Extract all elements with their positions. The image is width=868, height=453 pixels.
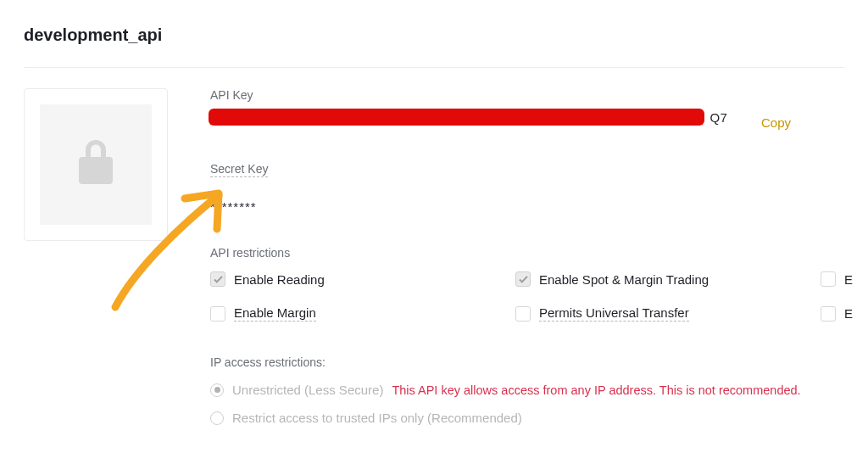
divider <box>24 67 844 68</box>
checkbox-permits-universal-transfer[interactable]: Permits Universal Transfer <box>515 305 821 322</box>
right-column: API Key Q7 Copy Secret Key ******** API … <box>210 88 844 439</box>
checkbox-truncated-2[interactable]: E <box>821 305 868 322</box>
checkbox-enable-spot-margin[interactable]: Enable Spot & Margin Trading <box>515 271 821 287</box>
radio-label: Unrestricted (Less Secure) <box>232 383 383 397</box>
radio-label: Restrict access to trusted IPs only (Rec… <box>232 411 522 425</box>
checkbox-truncated-1[interactable]: E <box>821 271 868 287</box>
left-column <box>24 88 168 439</box>
secret-key-value: ******** <box>210 199 844 214</box>
checkbox-label: Enable Margin <box>234 305 316 322</box>
checkbox-icon <box>210 271 225 287</box>
lock-icon <box>77 140 114 189</box>
checkbox-label: E <box>844 306 853 321</box>
content-row: API Key Q7 Copy Secret Key ******** API … <box>24 88 844 439</box>
lock-card <box>24 88 168 241</box>
checkbox-icon <box>210 306 225 322</box>
page-title: development_api <box>24 25 844 45</box>
checkbox-label: Enable Spot & Margin Trading <box>539 272 709 287</box>
checkbox-icon <box>515 306 531 322</box>
checkbox-icon <box>821 271 836 287</box>
api-key-value: Q7 <box>210 112 727 132</box>
ip-warning-text: This API key allows access from any IP a… <box>392 383 800 397</box>
api-key-tail: Q7 <box>710 110 727 125</box>
checkbox-label: Enable Reading <box>234 272 325 287</box>
api-key-label: API Key <box>210 88 844 102</box>
radio-icon <box>210 411 224 425</box>
restrictions-grid: Enable Reading Enable Spot & Margin Trad… <box>210 271 844 322</box>
api-key-row: Q7 Copy <box>210 112 844 132</box>
checkbox-icon <box>821 306 836 322</box>
ip-access-label: IP access restrictions: <box>210 355 844 369</box>
checkbox-label: Permits Universal Transfer <box>539 305 689 322</box>
checkbox-icon <box>515 271 531 287</box>
checkbox-enable-reading[interactable]: Enable Reading <box>210 271 515 287</box>
checkbox-enable-margin[interactable]: Enable Margin <box>210 305 515 322</box>
api-restrictions-label: API restrictions <box>210 246 844 260</box>
secret-key-label: Secret Key <box>210 162 268 177</box>
redaction-bar <box>209 109 704 126</box>
checkbox-label: E <box>844 272 853 287</box>
copy-button[interactable]: Copy <box>761 115 791 130</box>
radio-icon <box>210 383 224 397</box>
radio-unrestricted[interactable]: Unrestricted (Less Secure) This API key … <box>210 383 844 397</box>
lock-inner <box>40 104 152 225</box>
radio-restrict-trusted[interactable]: Restrict access to trusted IPs only (Rec… <box>210 411 844 425</box>
